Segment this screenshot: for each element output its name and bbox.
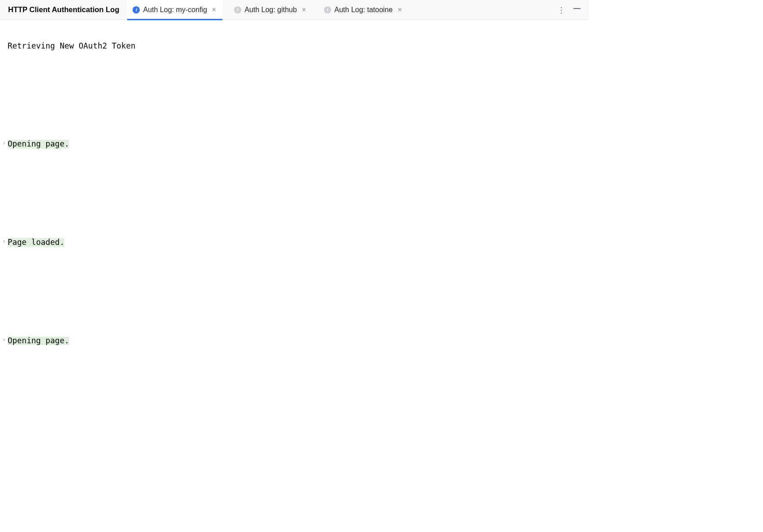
- log-line: Retrieving New OAuth2 Token: [2, 42, 587, 54]
- tab-label: Auth Log: tatooine: [334, 6, 393, 14]
- tab-my-config[interactable]: i Auth Log: my-config ×: [127, 0, 222, 20]
- fold-caret-icon[interactable]: ›: [2, 140, 8, 146]
- log-step: ›Opening page.: [2, 140, 587, 152]
- close-icon[interactable]: ×: [397, 6, 403, 13]
- tab-tatooine[interactable]: i Auth Log: tatooine ×: [319, 0, 408, 20]
- tab-label: Auth Log: my-config: [143, 6, 207, 14]
- info-icon: i: [324, 6, 331, 13]
- fold-caret-icon[interactable]: ›: [2, 238, 8, 244]
- tab-label: Auth Log: github: [244, 6, 297, 14]
- log-text: Page loaded.: [8, 238, 64, 247]
- tab-bar: HTTP Client Authentication Log i Auth Lo…: [0, 0, 589, 20]
- info-icon: i: [234, 6, 241, 13]
- log-text: Retrieving New OAuth2 Token: [8, 42, 135, 50]
- panel-title: HTTP Client Authentication Log: [2, 5, 127, 14]
- close-icon[interactable]: ×: [211, 6, 217, 13]
- log-step: ›Opening page.: [2, 337, 587, 349]
- minimize-icon[interactable]: [573, 8, 581, 9]
- info-icon: i: [133, 6, 140, 13]
- log-step: ›Page loaded.: [2, 238, 587, 251]
- tab-github[interactable]: i Auth Log: github ×: [229, 0, 312, 20]
- close-icon[interactable]: ×: [301, 6, 307, 13]
- log-text: Opening page.: [8, 140, 69, 148]
- log-output[interactable]: Retrieving New OAuth2 Token ›Opening pag…: [0, 20, 589, 411]
- log-text: Opening page.: [8, 337, 69, 345]
- more-options-icon[interactable]: ⋯: [557, 6, 567, 13]
- fold-caret-icon[interactable]: ›: [2, 337, 8, 343]
